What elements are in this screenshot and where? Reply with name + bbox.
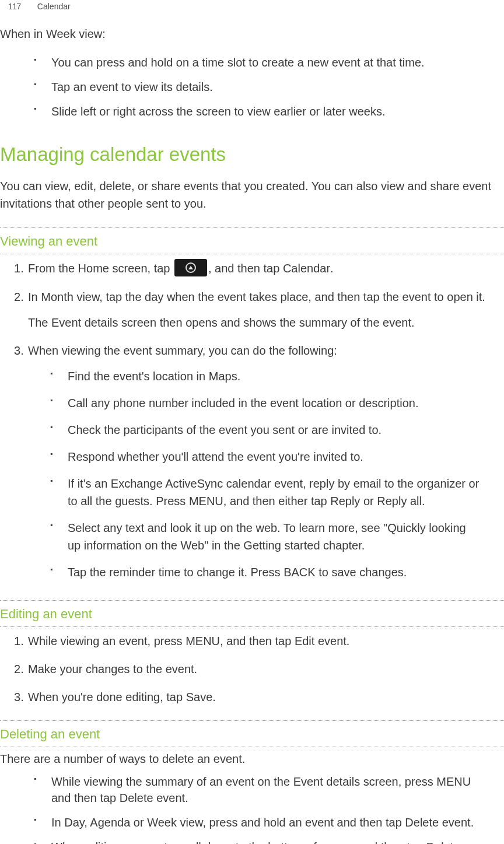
main-heading: Managing calendar events — [0, 124, 504, 175]
step-item: Make your changes to the event. — [14, 655, 504, 683]
list-item: Slide left or right across the screen to… — [34, 99, 504, 124]
step-text: . — [330, 262, 334, 275]
intro-text: When in Week view: — [0, 26, 504, 50]
delete-event-label: Delete event — [120, 792, 185, 804]
step-text: In Month view, tap the day when the even… — [28, 290, 485, 303]
intro-bullets: You can press and hold on a time slot to… — [0, 50, 504, 124]
maps-app-name: Maps — [209, 370, 237, 383]
main-desc: You can view, edit, delete, or share eve… — [0, 175, 504, 223]
list-item: Check the participants of the event you … — [50, 416, 492, 443]
step-text: , and then tap — [208, 262, 283, 275]
chapter-name: Calendar — [37, 1, 71, 13]
sub-heading-viewing: Viewing an event — [0, 227, 504, 254]
list-item: In Day, Agenda or Week view, press and h… — [34, 810, 504, 835]
viewing-steps: From the Home screen, tap , and then tap… — [0, 254, 504, 591]
list-item: Tap the reminder time to change it. Pres… — [50, 559, 492, 586]
calendar-app-name: Calendar — [283, 262, 330, 275]
sub-heading-editing: Editing an event — [0, 600, 504, 627]
step-bullets: Find the event's location in Maps. Call … — [28, 359, 492, 586]
step-note: The Event details screen then opens and … — [28, 306, 492, 331]
list-item: You can press and hold on a time slot to… — [34, 50, 504, 75]
list-item: While viewing the summary of an event on… — [34, 769, 504, 810]
list-item: Respond whether you'll attend the event … — [50, 443, 492, 470]
delete-event-label: Delete event — [405, 816, 470, 829]
list-item: If it's an Exchange ActiveSync calendar … — [50, 470, 492, 514]
list-item: Tap an event to view its details. — [34, 75, 504, 99]
step-text: From the Home screen, tap — [28, 262, 173, 275]
edit-event-label: Edit event — [295, 635, 346, 647]
list-item: Find the event's location in Maps. — [50, 363, 492, 390]
step-text: When viewing the event summary, you can … — [28, 344, 337, 357]
editing-steps: While viewing an event, press MENU, and … — [0, 627, 504, 711]
page-header: 117 Calendar — [0, 0, 504, 26]
deleting-bullets: While viewing the summary of an event on… — [0, 769, 504, 844]
page-number: 117 — [8, 1, 21, 13]
sub-heading-deleting: Deleting an event — [0, 720, 504, 747]
home-icon — [174, 259, 207, 276]
step-item: In Month view, tap the day when the even… — [14, 283, 504, 337]
list-item: Call any phone number included in the ev… — [50, 390, 492, 416]
step-item: When you're done editing, tap Save. — [14, 683, 504, 711]
list-item: When editing an event, scroll down to th… — [34, 835, 504, 844]
step-item: While viewing an event, press MENU, and … — [14, 627, 504, 655]
delete-label: Delete — [426, 841, 460, 844]
reply-all-label: Reply all — [377, 495, 422, 507]
reply-label: Reply — [330, 495, 360, 507]
step-item: When viewing the event summary, you can … — [14, 337, 504, 591]
list-item: Select any text and look it up on the we… — [50, 514, 492, 559]
save-label: Save — [186, 691, 213, 703]
step-item: From the Home screen, tap , and then tap… — [14, 254, 504, 283]
deleting-intro: There are a number of ways to delete an … — [0, 747, 504, 769]
